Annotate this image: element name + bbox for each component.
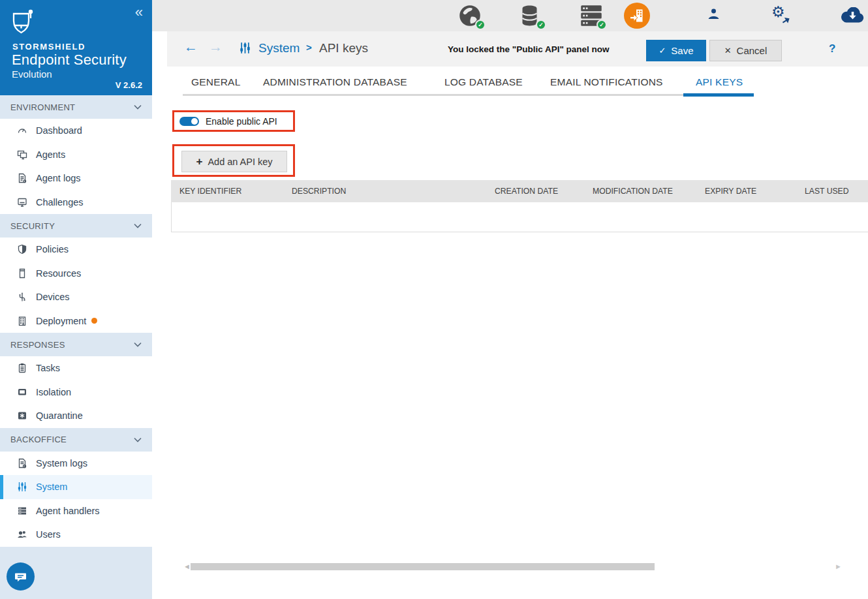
policies-icon: [17, 244, 27, 254]
sidebar-item-label: Users: [36, 529, 61, 540]
nav-section-security[interactable]: SECURITY: [0, 214, 152, 238]
chat-bubble-icon: [14, 570, 27, 583]
sidebar-item-agent-handlers[interactable]: Agent handlers: [0, 499, 152, 523]
status-ok-badge: ✓: [597, 20, 607, 30]
scroll-left-arrow-icon[interactable]: ◄: [183, 563, 191, 570]
status-ok-badge: ✓: [536, 20, 546, 30]
sidebar-item-resources[interactable]: Resources: [0, 262, 152, 286]
tab-administration-database[interactable]: ADMINISTRATION DATABASE: [263, 76, 407, 88]
server-status-ok-icon[interactable]: ✓: [580, 4, 604, 29]
sidebar-item-label: Agent handlers: [36, 506, 100, 516]
system-icon: [17, 482, 27, 492]
tasks-icon: [17, 363, 27, 373]
tab-api-keys[interactable]: API KEYS: [696, 76, 743, 88]
cancel-button[interactable]: ✕ Cancel: [709, 40, 782, 61]
breadcrumb-section-link[interactable]: System: [258, 41, 300, 55]
brand-name: STORMSHIELD: [12, 42, 85, 52]
sidebar-item-system[interactable]: System: [0, 475, 152, 499]
nav-section-title: BACKOFFICE: [10, 435, 67, 444]
tabs-underline: [183, 94, 683, 96]
sidebar-item-label: Dashboard: [36, 125, 82, 136]
nav-section-title: RESPONSES: [10, 340, 65, 350]
chevron-down-icon: [134, 437, 142, 442]
save-button[interactable]: ✓ Save: [646, 40, 706, 61]
sidebar-item-isolation[interactable]: Isolation: [0, 380, 152, 405]
close-icon: ✕: [724, 46, 732, 55]
application-window: « STORMSHIELD Endpoint Security Evolutio…: [0, 0, 868, 599]
column-creation-date[interactable]: CREATION DATE: [495, 187, 558, 196]
api-keys-panel: Enable public API + Add an API key KEY I…: [152, 98, 868, 599]
chat-button[interactable]: [7, 562, 35, 591]
brand-header: « STORMSHIELD Endpoint Security Evolutio…: [0, 0, 152, 95]
nav-section-environment[interactable]: ENVIRONMENT: [0, 95, 152, 119]
enable-public-api-toggle[interactable]: [179, 117, 199, 126]
sidebar-item-label: Isolation: [36, 387, 71, 397]
sidebar-item-deployment[interactable]: Deployment: [0, 309, 152, 333]
agents-icon: [17, 149, 27, 160]
sidebar: « STORMSHIELD Endpoint Security Evolutio…: [0, 0, 152, 599]
settings-tabs: GENERAL ADMINISTRATION DATABASE LOG DATA…: [152, 67, 868, 98]
check-icon: ✓: [659, 46, 666, 55]
stormshield-logo-icon: [11, 9, 35, 37]
tab-email-notifications[interactable]: EMAIL NOTIFICATIONS: [550, 76, 663, 88]
sidebar-item-agent-logs[interactable]: Agent logs: [0, 166, 152, 191]
devices-icon: [17, 292, 27, 302]
scroll-right-arrow-icon[interactable]: ►: [835, 563, 842, 570]
breadcrumb-current-page: API keys: [319, 41, 368, 55]
sidebar-item-label: Deployment: [36, 316, 86, 326]
cloud-download-icon[interactable]: [841, 7, 865, 24]
sidebar-item-challenges[interactable]: Challenges: [0, 191, 152, 215]
cancel-button-label: Cancel: [737, 45, 767, 56]
agent-logs-icon: [17, 173, 27, 183]
plus-icon: +: [196, 156, 202, 167]
top-status-bar: ✓ ✓ ✓ ⚙: [152, 0, 868, 31]
sidebar-item-label: Agent logs: [36, 173, 81, 183]
resources-icon: [17, 268, 27, 279]
column-last-used[interactable]: LAST USED: [805, 187, 849, 196]
nav-section-backoffice[interactable]: BACKOFFICE: [0, 428, 152, 452]
product-edition: Evolution: [12, 69, 52, 80]
deployment-pending-icon[interactable]: [624, 3, 650, 29]
tab-general[interactable]: GENERAL: [191, 76, 240, 88]
sidebar-item-policies[interactable]: Policies: [0, 238, 152, 262]
sidebar-footer: [0, 547, 152, 599]
column-expiry-date[interactable]: EXPIRY DATE: [705, 187, 756, 196]
sidebar-item-devices[interactable]: Devices: [0, 285, 152, 309]
help-icon[interactable]: ?: [829, 42, 835, 55]
pending-changes-dot: [91, 318, 97, 324]
nav-section-title: SECURITY: [10, 221, 55, 231]
user-icon[interactable]: [707, 8, 721, 23]
database-status-ok-icon[interactable]: ✓: [519, 4, 544, 29]
add-api-key-button[interactable]: + Add an API key: [181, 151, 287, 172]
horizontal-scrollbar-thumb[interactable]: [191, 563, 655, 570]
tab-log-database[interactable]: LOG DATABASE: [444, 76, 523, 88]
update-arrow-icon: [781, 16, 790, 24]
forward-arrow-icon[interactable]: →: [209, 40, 223, 54]
sidebar-item-label: Resources: [36, 268, 81, 279]
sidebar-item-dashboard[interactable]: Dashboard: [0, 119, 152, 143]
sidebar-item-tasks[interactable]: Tasks: [0, 356, 152, 380]
sidebar-item-quarantine[interactable]: Quarantine: [0, 404, 152, 428]
annotation-box-add-key: + Add an API key: [172, 144, 295, 177]
column-modification-date[interactable]: MODIFICATION DATE: [593, 187, 673, 196]
sidebar-item-label: Agents: [36, 149, 65, 160]
sidebar-nav: ENVIRONMENT Dashboard Agents Agent logs …: [0, 95, 152, 547]
back-arrow-icon[interactable]: ←: [184, 40, 198, 54]
api-keys-table-empty-row: [171, 202, 868, 232]
sidebar-item-label: System logs: [36, 458, 87, 468]
save-button-label: Save: [671, 45, 693, 56]
nav-section-responses[interactable]: RESPONSES: [0, 333, 152, 356]
column-key-identifier[interactable]: KEY IDENTIFIER: [179, 187, 241, 196]
sidebar-item-users[interactable]: Users: [0, 523, 152, 547]
sidebar-item-label: Quarantine: [36, 410, 83, 421]
chevron-down-icon: [134, 223, 142, 228]
sidebar-item-system-logs[interactable]: System logs: [0, 452, 152, 476]
agent-handlers-icon: [17, 506, 27, 516]
globe-status-ok-icon[interactable]: ✓: [458, 4, 483, 29]
chevron-down-icon: [134, 342, 142, 347]
collapse-sidebar-icon[interactable]: «: [135, 5, 143, 20]
gear-update-icon[interactable]: ⚙: [771, 5, 796, 29]
sidebar-item-agents[interactable]: Agents: [0, 143, 152, 167]
users-icon: [17, 529, 27, 540]
column-description[interactable]: DESCRIPTION: [292, 187, 346, 196]
